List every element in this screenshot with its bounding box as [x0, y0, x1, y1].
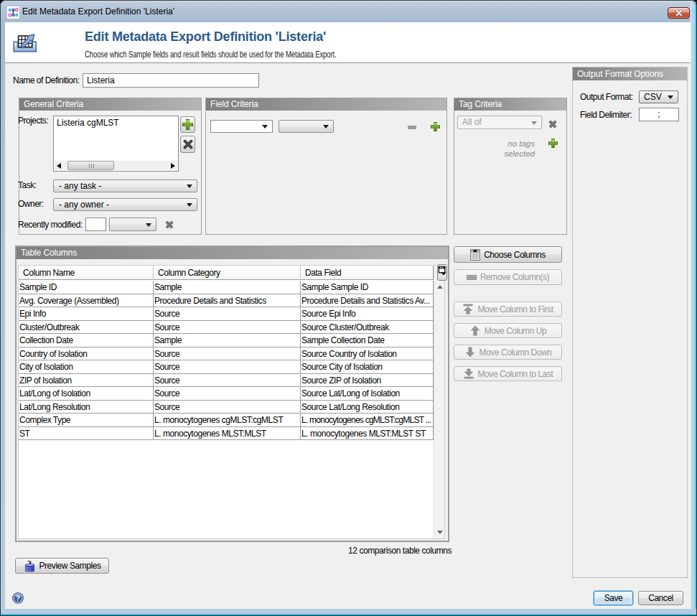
svg-text:?: ?	[16, 594, 20, 602]
